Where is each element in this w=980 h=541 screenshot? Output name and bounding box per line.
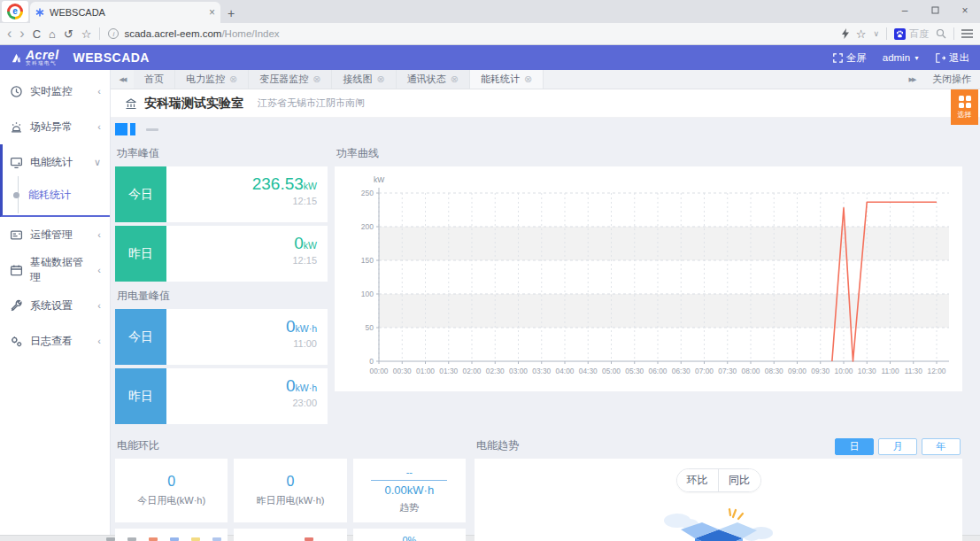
- svg-text:08:30: 08:30: [765, 367, 783, 375]
- favorite-star-icon[interactable]: ☆: [856, 28, 867, 40]
- building-icon: [125, 97, 137, 110]
- tab-communication-status[interactable]: 通讯状态⊗: [397, 70, 470, 89]
- power-peak-today-card: 今日 236.53kW 12:15: [115, 166, 328, 222]
- divider: [99, 27, 100, 40]
- power-peak-today-value: 236.53: [252, 174, 304, 193]
- range-month-button[interactable]: 月: [878, 438, 917, 455]
- url-field[interactable]: i scada.acrel-eem.com/Home/Index: [108, 28, 833, 39]
- tab-home[interactable]: 首页: [134, 70, 175, 89]
- indicator-square-icon[interactable]: [115, 123, 127, 135]
- forward-icon[interactable]: ›: [19, 27, 24, 41]
- sidebar-item-om-management[interactable]: 运维管理‹: [0, 217, 110, 252]
- tab-close-icon[interactable]: ⊗: [376, 73, 384, 85]
- browser-tab-title: WEBSCADA: [50, 7, 204, 18]
- maximize-icon[interactable]: [920, 0, 950, 23]
- sidebar-item-log-view[interactable]: 日志查看‹: [0, 323, 110, 359]
- collapse-chevron-icon: ‹: [97, 121, 101, 132]
- taskbar-icon[interactable]: [127, 537, 136, 541]
- svg-text:kW: kW: [374, 175, 384, 184]
- taskbar-icon[interactable]: [106, 537, 115, 541]
- svg-text:02:30: 02:30: [486, 367, 505, 375]
- tab-close-icon[interactable]: ⊗: [451, 73, 459, 85]
- app-title: WEBSCADA: [73, 50, 150, 65]
- chevron-down-icon[interactable]: ∨: [873, 30, 879, 38]
- window-controls: – ×: [890, 0, 980, 23]
- sidebar-subitem-consumption-statistics[interactable]: 能耗统计: [3, 182, 110, 208]
- mom-toggle-button[interactable]: 环比: [677, 469, 719, 491]
- yesterday-tag: 昨日: [115, 226, 166, 282]
- taskbar-icon[interactable]: [149, 537, 158, 541]
- taskbar-icon[interactable]: [191, 537, 200, 541]
- sidebar-item-system-settings[interactable]: 系统设置‹: [0, 288, 110, 323]
- history-icon[interactable]: ↺: [64, 28, 73, 40]
- tab-wiring-diagram[interactable]: 接线图⊗: [332, 70, 396, 89]
- search-icon[interactable]: [936, 28, 946, 39]
- caret-down-icon: ▼: [914, 55, 920, 61]
- today-tag: 今日: [115, 309, 166, 365]
- power-peak-title: 功率峰值: [115, 143, 328, 166]
- sidebar-item-energy-statistics[interactable]: 电能统计∨: [0, 144, 110, 180]
- tab-close-icon[interactable]: ×: [209, 6, 215, 19]
- svg-text:10:30: 10:30: [858, 367, 876, 375]
- search-engine-chip[interactable]: 百度: [894, 27, 929, 41]
- energy-peak-title: 用电量峰值: [115, 285, 328, 309]
- minimize-icon[interactable]: –: [890, 0, 920, 23]
- tab-close-icon[interactable]: ⊗: [229, 73, 237, 85]
- brand-logo: Acrel 安科瑞电气: [11, 49, 59, 66]
- home-icon[interactable]: ⌂: [49, 28, 56, 40]
- logout-icon: [936, 53, 945, 63]
- monitor-icon: [10, 156, 23, 169]
- browser-tab[interactable]: WEBSCADA ×: [30, 2, 220, 23]
- lightning-icon[interactable]: [842, 28, 849, 39]
- back-icon[interactable]: ‹: [7, 27, 12, 41]
- svg-text:09:00: 09:00: [788, 367, 806, 375]
- grid-icon: [959, 96, 971, 108]
- scroll-tabs-right-icon[interactable]: ▶▶: [900, 76, 923, 83]
- station-select-button[interactable]: 选择: [951, 89, 978, 125]
- scroll-tabs-left-icon[interactable]: ◀◀: [111, 70, 134, 89]
- indicator-bar-icon[interactable]: [130, 123, 135, 135]
- close-window-icon[interactable]: ×: [950, 0, 980, 23]
- power-peak-yesterday-time: 12:15: [166, 255, 317, 266]
- energy-peak-today-card: 今日 0kW·h 11:00: [115, 309, 328, 365]
- tab-consumption-statistics[interactable]: 能耗统计⊗: [470, 70, 544, 89]
- new-tab-button[interactable]: +: [220, 4, 242, 23]
- svg-text:00:30: 00:30: [393, 367, 412, 375]
- tab-close-icon[interactable]: ⊗: [313, 73, 320, 85]
- calendar-icon: [10, 264, 23, 277]
- logout-button[interactable]: 退出: [936, 51, 969, 65]
- svg-text:07:00: 07:00: [695, 367, 714, 375]
- taskbar-icon[interactable]: [170, 537, 179, 541]
- bookmark-star-icon[interactable]: ☆: [81, 28, 92, 40]
- tab-power-monitoring[interactable]: 电力监控⊗: [175, 70, 249, 89]
- sidebar-item-site-abnormal[interactable]: 场站异常‹: [0, 109, 110, 144]
- user-menu[interactable]: admin ▼: [883, 52, 920, 63]
- range-year-button[interactable]: 年: [922, 438, 961, 455]
- taskbar-icon[interactable]: [305, 537, 313, 541]
- sidebar-item-realtime-monitoring[interactable]: 实时监控‹: [0, 73, 110, 109]
- svg-text:12:00: 12:00: [928, 367, 946, 375]
- wrench-icon: [10, 299, 23, 313]
- today-tag: 今日: [115, 166, 166, 222]
- clock-icon: [10, 85, 23, 98]
- tab-close-icon[interactable]: ⊗: [524, 73, 532, 85]
- station-header: 安科瑞测试实验室 江苏省无锡市江阴市南闸: [111, 89, 980, 118]
- indicator-row: [111, 118, 980, 141]
- range-day-button[interactable]: 日: [835, 438, 874, 455]
- browser-logo-icon[interactable]: [2, 1, 28, 22]
- fullscreen-icon: [833, 53, 843, 63]
- sidebar: 实时监控‹ 场站异常‹ 电能统计∨ 能耗统计 运维管理‹: [0, 70, 111, 535]
- application-window: WEBSCADA × + – × ‹ › C ⌂ ↺ ☆ i scada.acr…: [0, 0, 980, 541]
- power-curve-title: 功率曲线: [335, 143, 962, 166]
- yoy-toggle-button[interactable]: 同比: [719, 469, 760, 491]
- search-placeholder: 百度: [909, 27, 929, 41]
- refresh-icon[interactable]: C: [33, 28, 41, 40]
- svg-text:11:00: 11:00: [881, 367, 899, 375]
- fullscreen-button[interactable]: 全屏: [833, 51, 867, 65]
- site-info-icon[interactable]: i: [108, 28, 119, 39]
- close-operations-button[interactable]: 关闭操作: [932, 73, 971, 86]
- sidebar-item-basic-data[interactable]: 基础数据管理‹: [0, 252, 110, 288]
- menu-icon[interactable]: [961, 29, 973, 38]
- tab-transformer-monitoring[interactable]: 变压器监控⊗: [249, 70, 332, 89]
- taskbar-icon[interactable]: [212, 537, 221, 541]
